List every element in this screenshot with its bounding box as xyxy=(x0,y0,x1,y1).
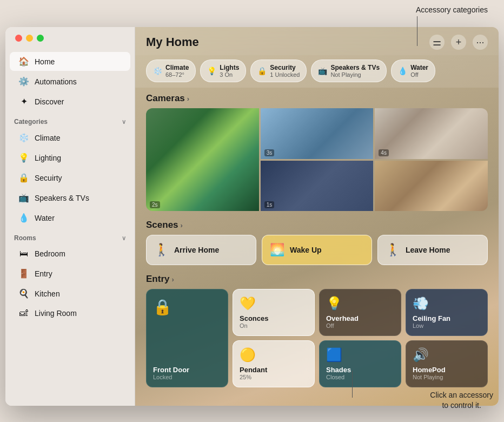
sconces-icon: 💛 xyxy=(240,296,308,311)
sidebar-label-security: Secuirty xyxy=(35,174,62,182)
living-room-icon: 🛋 xyxy=(18,308,29,318)
sconces-name: Sconces xyxy=(240,314,308,322)
front-door-status: Locked xyxy=(153,374,221,380)
sidebar-item-climate[interactable]: ❄️ Climate xyxy=(10,128,130,147)
camera-2[interactable]: 3s xyxy=(261,108,374,159)
traffic-lights xyxy=(15,35,44,42)
overhead-name: Overhead xyxy=(326,314,394,322)
accessory-sconces[interactable]: 💛 Sconces On xyxy=(233,289,315,336)
water-icon: 💧 xyxy=(18,213,29,223)
accessory-pendant[interactable]: 🟡 Pendant 25% xyxy=(233,340,315,387)
camera-4[interactable]: 1s xyxy=(261,161,374,212)
lighting-icon: 💡 xyxy=(18,153,29,163)
entry-section: Entry › 🔒 Front Door Locked 💛 Sconces xyxy=(135,268,499,391)
tab-speakers-tvs[interactable]: 📺 Speakers & TVs Not Playing xyxy=(311,60,387,82)
fullscreen-button[interactable] xyxy=(37,35,44,42)
sidebar-label-speakers-tvs: Speakers & TVs xyxy=(35,194,89,202)
close-button[interactable] xyxy=(15,35,22,42)
ceiling-fan-icon: 💨 xyxy=(413,296,481,311)
camera-1[interactable]: 2s xyxy=(146,108,259,211)
bedroom-icon: 🛏 xyxy=(18,249,29,259)
shades-name: Shades xyxy=(326,366,394,374)
lights-tab-sub: 3 On xyxy=(220,71,239,78)
sidebar-item-discover[interactable]: ✦ Discover xyxy=(10,92,130,111)
sidebar-item-speakers-tvs[interactable]: 📺 Speakers & TVs xyxy=(10,188,130,207)
overhead-status: Off xyxy=(326,322,394,329)
climate-tab-icon: ❄️ xyxy=(153,67,162,75)
equalizer-button[interactable]: ⚌ xyxy=(429,35,445,50)
category-tabs-bar: ❄️ Climate 68–72° 💡 Lights 3 On 🔒 xyxy=(135,55,499,88)
shades-icon: 🟦 xyxy=(326,347,394,362)
water-tab-icon: 💧 xyxy=(398,67,407,75)
scene-wake-up[interactable]: 🌅 Wake Up xyxy=(262,235,372,265)
add-button[interactable]: + xyxy=(451,35,466,50)
speakers-tvs-tab-content: Speakers & TVs Not Playing xyxy=(330,64,380,78)
sidebar-item-home[interactable]: 🏠 Home xyxy=(10,52,130,71)
sconces-status: On xyxy=(240,322,308,329)
security-tab-content: Security 1 Unlocked xyxy=(270,64,300,78)
pendant-status: 25% xyxy=(240,374,308,380)
sidebar-label-home: Home xyxy=(35,57,55,66)
camera-4-timestamp: 1s xyxy=(264,201,275,208)
ceiling-fan-name: Ceiling Fan xyxy=(413,314,481,322)
scene-leave-home[interactable]: 🚶 Leave Home xyxy=(377,235,488,265)
header-actions: ⚌ + ··· xyxy=(429,35,488,50)
sidebar-item-security[interactable]: 🔒 Secuirty xyxy=(10,168,130,187)
camera-5[interactable]: 4s xyxy=(375,108,488,159)
more-options-button[interactable]: ··· xyxy=(473,35,488,50)
arrive-home-label: Arrive Home xyxy=(174,246,219,254)
sidebar-item-living-room[interactable]: 🛋 Living Room xyxy=(10,304,130,322)
accessory-shades[interactable]: 🟦 Shades Closed xyxy=(319,340,401,387)
main-header: My Home ⚌ + ··· xyxy=(135,27,499,55)
accessories-grid: 🔒 Front Door Locked 💛 Sconces On xyxy=(146,289,488,387)
cameras-section-title: Cameras › xyxy=(146,93,488,104)
sidebar-label-discover: Discover xyxy=(35,97,64,106)
scenes-title-text: Scenes xyxy=(146,220,178,230)
main-content-area: My Home ⚌ + ··· ❄️ Climate 68–72° 💡 xyxy=(135,27,499,406)
sidebar-item-bedroom[interactable]: 🛏 Bedroom xyxy=(10,245,130,263)
speakers-tvs-icon: 📺 xyxy=(18,193,29,203)
accessory-ceiling-fan[interactable]: 💨 Ceiling Fan Low xyxy=(406,289,488,336)
climate-tab-sub: 68–72° xyxy=(165,71,189,78)
arrive-home-icon: 🚶 xyxy=(154,243,169,257)
tab-security[interactable]: 🔒 Security 1 Unlocked xyxy=(250,60,307,82)
scenes-section: Scenes › 🚶 Arrive Home 🌅 Wake Up 🚶 Leave… xyxy=(135,214,499,268)
sidebar-label-entry: Entry xyxy=(35,269,52,278)
security-tab-label: Security xyxy=(270,64,295,71)
sidebar-item-lighting[interactable]: 💡 Lighting xyxy=(10,148,130,167)
wake-up-icon: 🌅 xyxy=(270,243,284,257)
minimize-button[interactable] xyxy=(26,35,33,42)
security-icon: 🔒 xyxy=(18,173,29,183)
entry-icon: 🚪 xyxy=(18,268,29,279)
tab-water[interactable]: 💧 Water Off xyxy=(391,60,435,82)
sidebar-label-lighting: Lighting xyxy=(35,154,61,162)
climate-tab-content: Climate 68–72° xyxy=(165,64,189,78)
water-tab-label: Water xyxy=(410,64,428,71)
accessory-overhead[interactable]: 💡 Overhead Off xyxy=(319,289,401,336)
sidebar-item-kitchen[interactable]: 🍳 Kitchen xyxy=(10,284,130,303)
sidebar-label-bedroom: Bedroom xyxy=(35,249,65,258)
rooms-chevron-icon: ∨ xyxy=(122,235,126,242)
discover-icon: ✦ xyxy=(18,96,29,107)
leave-home-label: Leave Home xyxy=(406,246,450,254)
speakers-tvs-tab-icon: 📺 xyxy=(318,67,327,75)
homepod-name: HomePod xyxy=(413,366,481,374)
pendant-icon: 🟡 xyxy=(240,347,308,362)
shades-status: Closed xyxy=(326,374,394,380)
camera-3[interactable] xyxy=(375,161,488,212)
scene-arrive-home[interactable]: 🚶 Arrive Home xyxy=(146,235,256,265)
lights-tab-label: Lights xyxy=(220,64,239,71)
tab-lights[interactable]: 💡 Lights 3 On xyxy=(200,60,246,82)
camera-1-timestamp: 2s xyxy=(150,201,160,208)
sidebar-item-water[interactable]: 💧 Water xyxy=(10,208,130,227)
cameras-chevron-icon: › xyxy=(187,95,189,103)
sidebar-label-kitchen: Kitchen xyxy=(35,289,60,298)
tab-climate[interactable]: ❄️ Climate 68–72° xyxy=(146,60,196,82)
sidebar-item-entry[interactable]: 🚪 Entry xyxy=(10,264,130,283)
ceiling-fan-status: Low xyxy=(413,322,481,329)
lights-tab-icon: 💡 xyxy=(207,67,216,75)
sidebar-item-automations[interactable]: ⚙️ Automations xyxy=(10,72,130,91)
accessory-front-door[interactable]: 🔒 Front Door Locked xyxy=(146,289,228,387)
water-tab-sub: Off xyxy=(410,71,428,78)
accessory-homepod[interactable]: 🔊 HomePod Not Playing xyxy=(406,340,488,387)
